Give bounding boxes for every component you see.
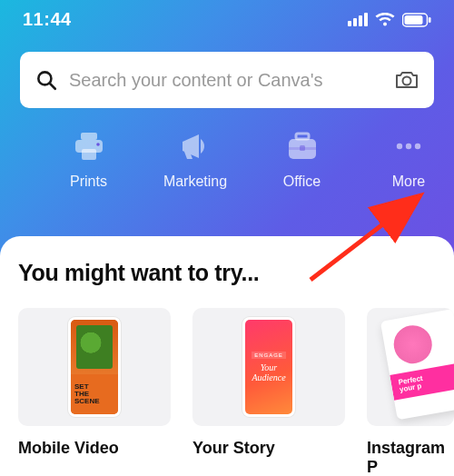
template-thumb: ENGAGE Your Audience (192, 308, 345, 426)
battery-icon (402, 13, 431, 27)
template-thumb: Set The Scene (18, 308, 171, 426)
thumb-text: Your (252, 362, 285, 372)
template-label: Your Story (192, 439, 345, 458)
svg-point-5 (403, 77, 411, 85)
category-marketing[interactable]: Marketing (150, 128, 241, 190)
svg-point-16 (406, 144, 411, 149)
search-bar[interactable] (20, 52, 434, 108)
template-instagram-post[interactable]: Perfect your p Instagram P (367, 308, 454, 476)
svg-rect-2 (429, 17, 431, 23)
svg-rect-7 (81, 133, 97, 140)
svg-rect-14 (300, 145, 305, 151)
svg-line-4 (50, 84, 55, 89)
template-mobile-video[interactable]: Set The Scene Mobile Video (18, 308, 171, 476)
template-list: Set The Scene Mobile Video ENGAGE Your A… (18, 308, 436, 476)
category-label: Office (283, 174, 321, 190)
category-row: eo Prints Marketing Office More (0, 108, 454, 190)
category-label: More (392, 174, 425, 190)
camera-icon[interactable] (394, 69, 419, 91)
section-title: You might want to try... (18, 260, 436, 286)
status-right (348, 13, 431, 27)
svg-point-10 (96, 143, 100, 146)
app-screen: 11:44 eo (0, 0, 454, 476)
wifi-icon (375, 13, 395, 27)
category-label: Prints (70, 174, 107, 190)
megaphone-icon (177, 128, 213, 164)
template-label: Mobile Video (18, 439, 171, 458)
category-label: Marketing (163, 174, 227, 190)
template-thumb: Perfect your p (367, 308, 454, 426)
thumb-text: Audience (252, 372, 285, 382)
search-icon (35, 68, 58, 92)
svg-point-15 (397, 144, 402, 149)
svg-rect-1 (405, 15, 423, 25)
svg-rect-9 (82, 149, 96, 160)
more-icon (391, 128, 426, 164)
category-video[interactable]: eo (0, 128, 27, 190)
template-label: Instagram P (367, 439, 454, 476)
svg-point-17 (415, 144, 420, 149)
printer-icon (72, 128, 106, 164)
thumb-text: ENGAGE (252, 352, 286, 359)
content-sheet: You might want to try... Set The Scene M… (0, 236, 454, 476)
category-office[interactable]: Office (257, 128, 348, 190)
template-your-story[interactable]: ENGAGE Your Audience Your Story (192, 308, 345, 476)
cellular-icon (348, 13, 368, 26)
category-prints[interactable]: Prints (44, 128, 134, 190)
briefcase-icon (285, 128, 320, 164)
clock: 11:44 (23, 9, 72, 30)
category-more[interactable]: More (363, 128, 454, 190)
thumb-text: Scene (74, 398, 114, 405)
search-input[interactable] (69, 70, 383, 91)
search-bar-wrap (0, 35, 454, 108)
status-bar: 11:44 (0, 0, 454, 35)
svg-rect-11 (296, 134, 309, 139)
